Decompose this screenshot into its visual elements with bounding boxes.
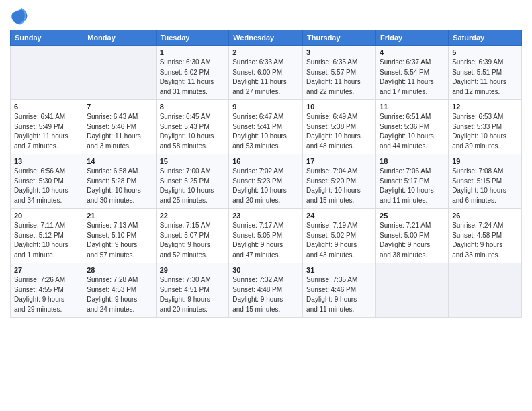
day-info: Sunrise: 6:39 AM Sunset: 5:51 PM Dayligh… (452, 58, 518, 97)
calendar-cell: 22Sunrise: 7:15 AM Sunset: 5:07 PM Dayli… (156, 209, 229, 263)
day-number: 16 (232, 157, 299, 165)
day-number: 19 (452, 157, 518, 165)
day-info: Sunrise: 6:30 AM Sunset: 6:02 PM Dayligh… (160, 58, 226, 97)
day-number: 4 (380, 48, 445, 56)
day-number: 3 (306, 48, 372, 56)
day-number: 23 (232, 212, 299, 220)
day-info: Sunrise: 7:11 AM Sunset: 5:12 PM Dayligh… (14, 221, 79, 260)
day-number: 18 (380, 157, 445, 165)
day-info: Sunrise: 6:47 AM Sunset: 5:41 PM Dayligh… (232, 112, 299, 151)
calendar-cell: 21Sunrise: 7:13 AM Sunset: 5:10 PM Dayli… (83, 209, 156, 263)
calendar-cell: 4Sunrise: 6:37 AM Sunset: 5:54 PM Daylig… (376, 46, 449, 100)
day-info: Sunrise: 6:37 AM Sunset: 5:54 PM Dayligh… (380, 58, 445, 97)
day-number: 6 (14, 103, 79, 111)
calendar-cell: 13Sunrise: 6:56 AM Sunset: 5:30 PM Dayli… (11, 154, 83, 209)
day-info: Sunrise: 7:08 AM Sunset: 5:15 PM Dayligh… (452, 167, 518, 205)
col-header-sunday: Sunday (11, 30, 83, 46)
day-number: 29 (160, 266, 226, 274)
calendar-cell: 12Sunrise: 6:53 AM Sunset: 5:33 PM Dayli… (449, 100, 522, 154)
day-info: Sunrise: 7:00 AM Sunset: 5:25 PM Dayligh… (160, 167, 226, 205)
calendar-cell: 14Sunrise: 6:58 AM Sunset: 5:28 PM Dayli… (83, 154, 156, 209)
day-number: 31 (306, 266, 372, 274)
day-number: 11 (380, 103, 445, 111)
calendar-cell: 30Sunrise: 7:32 AM Sunset: 4:48 PM Dayli… (229, 263, 303, 318)
day-info: Sunrise: 7:24 AM Sunset: 4:58 PM Dayligh… (452, 221, 518, 260)
day-number: 22 (160, 212, 226, 220)
calendar-cell: 11Sunrise: 6:51 AM Sunset: 5:36 PM Dayli… (376, 100, 449, 154)
calendar-week-2: 6Sunrise: 6:41 AM Sunset: 5:49 PM Daylig… (11, 100, 522, 154)
calendar-cell: 23Sunrise: 7:17 AM Sunset: 5:05 PM Dayli… (229, 209, 303, 263)
day-number: 13 (14, 157, 79, 165)
day-info: Sunrise: 6:41 AM Sunset: 5:49 PM Dayligh… (14, 112, 79, 151)
day-number: 28 (87, 266, 152, 274)
col-header-thursday: Thursday (303, 30, 376, 46)
calendar-cell: 27Sunrise: 7:26 AM Sunset: 4:55 PM Dayli… (11, 263, 83, 318)
calendar-cell: 2Sunrise: 6:33 AM Sunset: 6:00 PM Daylig… (229, 46, 303, 100)
day-number: 25 (380, 212, 445, 220)
calendar-cell: 28Sunrise: 7:28 AM Sunset: 4:53 PM Dayli… (83, 263, 156, 318)
calendar-cell: 10Sunrise: 6:49 AM Sunset: 5:38 PM Dayli… (303, 100, 376, 154)
day-info: Sunrise: 7:35 AM Sunset: 4:46 PM Dayligh… (306, 275, 372, 314)
calendar-cell (449, 263, 522, 318)
day-info: Sunrise: 6:35 AM Sunset: 5:57 PM Dayligh… (306, 58, 372, 97)
page: SundayMondayTuesdayWednesdayThursdayFrid… (0, 0, 532, 411)
day-number: 14 (87, 157, 152, 165)
calendar-cell: 3Sunrise: 6:35 AM Sunset: 5:57 PM Daylig… (303, 46, 376, 100)
calendar-week-4: 20Sunrise: 7:11 AM Sunset: 5:12 PM Dayli… (11, 209, 522, 263)
col-header-monday: Monday (83, 30, 156, 46)
calendar-cell: 8Sunrise: 6:45 AM Sunset: 5:43 PM Daylig… (156, 100, 229, 154)
day-info: Sunrise: 7:28 AM Sunset: 4:53 PM Dayligh… (87, 275, 152, 314)
calendar-cell: 31Sunrise: 7:35 AM Sunset: 4:46 PM Dayli… (303, 263, 376, 318)
calendar-cell: 6Sunrise: 6:41 AM Sunset: 5:49 PM Daylig… (11, 100, 83, 154)
day-info: Sunrise: 7:32 AM Sunset: 4:48 PM Dayligh… (232, 275, 299, 314)
calendar: SundayMondayTuesdayWednesdayThursdayFrid… (10, 30, 522, 318)
day-number: 7 (87, 103, 152, 111)
calendar-cell: 16Sunrise: 7:02 AM Sunset: 5:23 PM Dayli… (229, 154, 303, 209)
day-info: Sunrise: 6:58 AM Sunset: 5:28 PM Dayligh… (87, 167, 152, 205)
header (10, 7, 522, 26)
day-info: Sunrise: 6:43 AM Sunset: 5:46 PM Dayligh… (87, 112, 152, 151)
day-number: 26 (452, 212, 518, 220)
calendar-cell: 15Sunrise: 7:00 AM Sunset: 5:25 PM Dayli… (156, 154, 229, 209)
day-info: Sunrise: 7:02 AM Sunset: 5:23 PM Dayligh… (232, 167, 299, 205)
day-number: 20 (14, 212, 79, 220)
day-number: 10 (306, 103, 372, 111)
calendar-cell: 7Sunrise: 6:43 AM Sunset: 5:46 PM Daylig… (83, 100, 156, 154)
day-info: Sunrise: 7:15 AM Sunset: 5:07 PM Dayligh… (160, 221, 226, 260)
day-number: 17 (306, 157, 372, 165)
day-number: 2 (232, 48, 299, 56)
day-number: 8 (160, 103, 226, 111)
day-info: Sunrise: 6:53 AM Sunset: 5:33 PM Dayligh… (452, 112, 518, 151)
col-header-saturday: Saturday (449, 30, 522, 46)
calendar-week-1: 1Sunrise: 6:30 AM Sunset: 6:02 PM Daylig… (11, 46, 522, 100)
col-header-wednesday: Wednesday (229, 30, 303, 46)
day-number: 9 (232, 103, 299, 111)
day-info: Sunrise: 6:56 AM Sunset: 5:30 PM Dayligh… (14, 167, 79, 205)
calendar-header-row: SundayMondayTuesdayWednesdayThursdayFrid… (11, 30, 522, 46)
day-info: Sunrise: 7:26 AM Sunset: 4:55 PM Dayligh… (14, 275, 79, 314)
calendar-cell: 24Sunrise: 7:19 AM Sunset: 5:02 PM Dayli… (303, 209, 376, 263)
calendar-cell: 25Sunrise: 7:21 AM Sunset: 5:00 PM Dayli… (376, 209, 449, 263)
day-info: Sunrise: 7:17 AM Sunset: 5:05 PM Dayligh… (232, 221, 299, 260)
logo-icon (10, 7, 29, 26)
day-info: Sunrise: 6:33 AM Sunset: 6:00 PM Dayligh… (232, 58, 299, 97)
calendar-cell: 29Sunrise: 7:30 AM Sunset: 4:51 PM Dayli… (156, 263, 229, 318)
calendar-cell: 17Sunrise: 7:04 AM Sunset: 5:20 PM Dayli… (303, 154, 376, 209)
day-number: 27 (14, 266, 79, 274)
col-header-friday: Friday (376, 30, 449, 46)
calendar-week-3: 13Sunrise: 6:56 AM Sunset: 5:30 PM Dayli… (11, 154, 522, 209)
day-info: Sunrise: 6:51 AM Sunset: 5:36 PM Dayligh… (380, 112, 445, 151)
calendar-cell: 19Sunrise: 7:08 AM Sunset: 5:15 PM Dayli… (449, 154, 522, 209)
day-number: 12 (452, 103, 518, 111)
day-number: 21 (87, 212, 152, 220)
day-number: 1 (160, 48, 226, 56)
calendar-cell (11, 46, 83, 100)
day-info: Sunrise: 7:04 AM Sunset: 5:20 PM Dayligh… (306, 167, 372, 205)
calendar-cell (83, 46, 156, 100)
calendar-cell: 18Sunrise: 7:06 AM Sunset: 5:17 PM Dayli… (376, 154, 449, 209)
calendar-cell: 1Sunrise: 6:30 AM Sunset: 6:02 PM Daylig… (156, 46, 229, 100)
day-info: Sunrise: 7:19 AM Sunset: 5:02 PM Dayligh… (306, 221, 372, 260)
calendar-cell (376, 263, 449, 318)
day-number: 15 (160, 157, 226, 165)
day-info: Sunrise: 6:49 AM Sunset: 5:38 PM Dayligh… (306, 112, 372, 151)
